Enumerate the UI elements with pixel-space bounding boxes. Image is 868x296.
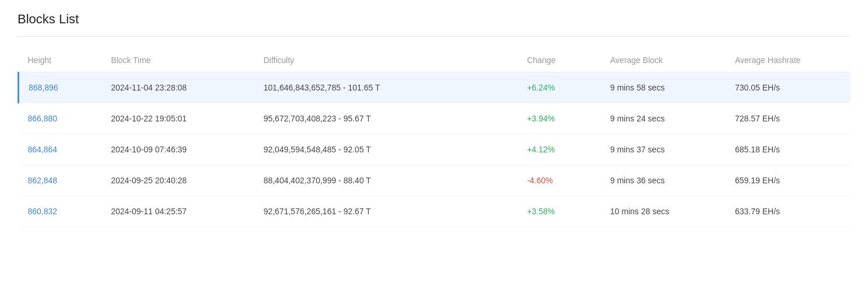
cell-difficulty: 92,671,576,265,161 - 92.67 T — [254, 196, 518, 227]
table-row: 866,8802024-10-22 19:05:0195,672,703,408… — [19, 103, 851, 134]
cell-height[interactable]: 868,896 — [19, 72, 102, 103]
blocks-table: Height Block Time Difficulty Change Aver… — [18, 48, 850, 227]
cell-block-time: 2024-10-22 19:05:01 — [102, 103, 254, 134]
cell-avg-hashrate: 730.05 EH/s — [726, 72, 850, 103]
cell-change: +3.58% — [517, 196, 601, 227]
col-avg-block: Average Block — [601, 48, 726, 72]
cell-avg-block: 9 mins 24 secs — [601, 103, 726, 134]
section-divider — [18, 36, 850, 37]
table-row: 860,8322024-09-11 04:25:5792,671,576,265… — [19, 196, 851, 227]
cell-avg-hashrate: 685.18 EH/s — [726, 134, 850, 165]
cell-avg-block: 9 mins 36 secs — [601, 165, 726, 196]
col-change: Change — [517, 48, 601, 72]
cell-change: +3.94% — [517, 103, 601, 134]
cell-avg-block: 10 mins 28 secs — [601, 196, 726, 227]
header-row: Height Block Time Difficulty Change Aver… — [19, 48, 851, 72]
col-height: Height — [19, 48, 102, 72]
cell-block-time: 2024-09-25 20:40:28 — [102, 165, 254, 196]
cell-height[interactable]: 866,880 — [19, 103, 102, 134]
height-link[interactable]: 860,832 — [28, 207, 58, 216]
cell-difficulty: 95,672,703,408,223 - 95.67 T — [254, 103, 518, 134]
table-body: 868,8962024-11-04 23:28:08101,646,843,65… — [19, 72, 851, 227]
height-link[interactable]: 868,896 — [29, 83, 58, 92]
cell-block-time: 2024-09-11 04:25:57 — [102, 196, 254, 227]
cell-difficulty: 92,049,594,548,485 - 92.05 T — [254, 134, 518, 165]
cell-avg-hashrate: 633.79 EH/s — [726, 196, 850, 227]
cell-block-time: 2024-10-09 07:46:39 — [102, 134, 254, 165]
cell-difficulty: 88,404,402,370,999 - 88.40 T — [254, 165, 518, 196]
table-row: 868,8962024-11-04 23:28:08101,646,843,65… — [19, 72, 851, 103]
cell-avg-block: 9 mins 58 secs — [601, 72, 726, 103]
col-difficulty: Difficulty — [254, 48, 518, 72]
table-row: 862,8482024-09-25 20:40:2888,404,402,370… — [19, 165, 851, 196]
height-link[interactable]: 864,864 — [28, 145, 58, 154]
cell-change: +6.24% — [517, 72, 601, 103]
cell-block-time: 2024-11-04 23:28:08 — [102, 72, 254, 103]
height-link[interactable]: 866,880 — [28, 114, 58, 123]
cell-avg-hashrate: 659.19 EH/s — [726, 165, 850, 196]
cell-change: +4.12% — [517, 134, 601, 165]
cell-avg-hashrate: 728.57 EH/s — [726, 103, 850, 134]
height-link[interactable]: 862,848 — [28, 176, 58, 185]
table-header: Height Block Time Difficulty Change Aver… — [19, 48, 851, 72]
cell-difficulty: 101,646,843,652,785 - 101.65 T — [254, 72, 518, 103]
col-block-time: Block Time — [102, 48, 254, 72]
page-title: Blocks List — [18, 12, 850, 27]
col-avg-hashrate: Average Hashrate — [726, 48, 850, 72]
page-container: Blocks List Height Block Time Difficulty… — [0, 0, 868, 239]
cell-height[interactable]: 860,832 — [19, 196, 102, 227]
table-row: 864,8642024-10-09 07:46:3992,049,594,548… — [19, 134, 851, 165]
cell-change: -4.60% — [517, 165, 601, 196]
cell-height[interactable]: 862,848 — [19, 165, 102, 196]
cell-height[interactable]: 864,864 — [19, 134, 102, 165]
cell-avg-block: 9 mins 37 secs — [601, 134, 726, 165]
